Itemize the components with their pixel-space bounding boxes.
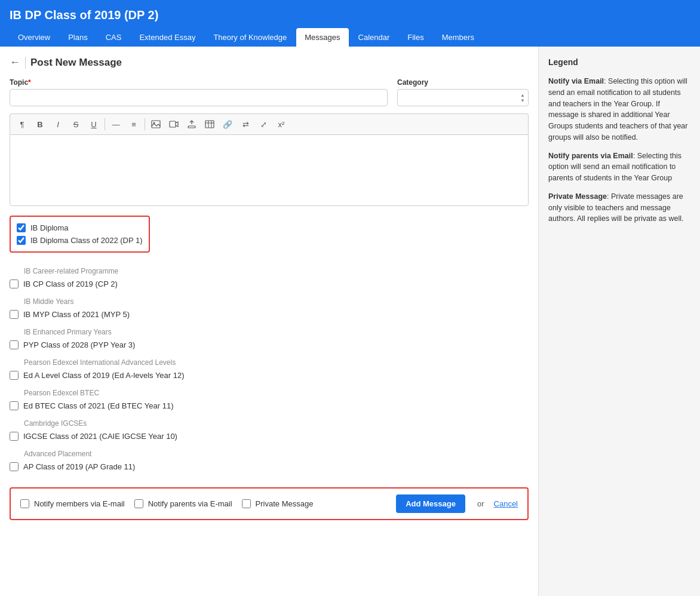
checkbox-ib-pyp-2028-input[interactable] xyxy=(10,340,19,349)
topic-input[interactable] xyxy=(10,89,388,106)
toolbar-link-btn[interactable]: 🔗 xyxy=(219,116,236,132)
toolbar-paragraph-btn[interactable]: ¶ xyxy=(14,116,30,132)
category-group: Category ▲▼ xyxy=(397,78,529,106)
category-select-wrapper: ▲▼ xyxy=(397,89,529,106)
legend-notify-email-heading: Notify via Email xyxy=(548,77,604,85)
post-new-message-title: Post New Message xyxy=(30,57,122,69)
toolbar-table-btn[interactable] xyxy=(201,116,218,132)
notify-parents-checkbox-item: Notify parents via E-mail xyxy=(134,497,232,510)
category-ib-eyp-label: IB Enhanced Primary Years xyxy=(24,328,529,336)
checkbox-ib-diploma-input[interactable] xyxy=(17,223,26,232)
category-ap-label: Advanced Placement xyxy=(24,450,529,458)
editor-body[interactable] xyxy=(10,134,529,206)
nav-tabs: Overview Plans CAS Extended Essay Theory… xyxy=(10,28,690,47)
toolbar-superscript-btn[interactable]: x² xyxy=(273,116,290,132)
tab-cas[interactable]: CAS xyxy=(97,28,130,47)
checkbox-ap-2019-input[interactable] xyxy=(10,462,19,471)
topic-group: Topic* xyxy=(10,78,388,106)
private-message-label: Private Message xyxy=(256,499,314,508)
notify-parents-checkbox[interactable] xyxy=(134,499,143,508)
tab-files[interactable]: Files xyxy=(399,28,432,47)
tab-extended-essay[interactable]: Extended Essay xyxy=(131,28,204,47)
category-pearson-btec-label: Pearson Edexcel BTEC xyxy=(24,389,529,397)
checkbox-ed-btec-2021: Ed BTEC Class of 2021 (Ed BTEC Year 11) xyxy=(10,400,529,412)
main-layout: ← Post New Message Topic* Category ▲▼ xyxy=(0,47,700,596)
legend-sidebar: Legend Notify via Email: Selecting this … xyxy=(539,47,700,596)
tab-messages[interactable]: Messages xyxy=(296,28,348,47)
topic-label: Topic* xyxy=(10,78,388,87)
cancel-button[interactable]: Cancel xyxy=(494,499,518,508)
content-area: ← Post New Message Topic* Category ▲▼ xyxy=(0,47,539,596)
checkbox-ib-myp-2021-label: IB MYP Class of 2021 (MYP 5) xyxy=(23,310,130,319)
checkbox-ib-myp-2021-input[interactable] xyxy=(10,310,19,319)
checkbox-ap-2019-label: AP Class of 2019 (AP Grade 11) xyxy=(23,462,135,471)
legend-notify-email: Notify via Email: Selecting this option … xyxy=(548,76,690,143)
legend-title: Legend xyxy=(548,56,690,69)
checkbox-ib-cp-2019-input[interactable] xyxy=(10,279,19,288)
checkbox-ib-cp-2019-label: IB CP Class of 2019 (CP 2) xyxy=(23,279,118,288)
toolbar-separator-1 xyxy=(105,118,105,130)
checkbox-ib-myp-2021: IB MYP Class of 2021 (MYP 5) xyxy=(10,308,529,321)
topic-category-row: Topic* Category ▲▼ xyxy=(10,78,529,106)
legend-notify-parents: Notify parents via Email: Selecting this… xyxy=(548,150,690,184)
notify-parents-label: Notify parents via E-mail xyxy=(148,499,232,508)
editor-toolbar: ¶ B I S U — ≡ 🔗 ⇄ ⤢ x² xyxy=(10,113,529,134)
notify-email-checkbox[interactable] xyxy=(20,499,29,508)
checkbox-ed-btec-2021-label: Ed BTEC Class of 2021 (Ed BTEC Year 11) xyxy=(23,401,173,410)
svg-rect-0 xyxy=(152,121,160,128)
tab-overview[interactable]: Overview xyxy=(10,28,59,47)
tab-members[interactable]: Members xyxy=(434,28,483,47)
tab-theory-of-knowledge[interactable]: Theory of Knowledge xyxy=(205,28,295,47)
toolbar-bold-btn[interactable]: B xyxy=(32,116,48,132)
toolbar-video-btn[interactable] xyxy=(165,116,182,132)
toolbar-upload-btn[interactable] xyxy=(183,116,200,132)
checkbox-ib-pyp-2028: PYP Class of 2028 (PYP Year 3) xyxy=(10,339,529,351)
or-text: or xyxy=(477,499,484,508)
toolbar-transform-btn[interactable]: ⇄ xyxy=(237,116,254,132)
toolbar-hr-btn[interactable]: — xyxy=(108,116,124,132)
checkbox-ib-diploma-label: IB Diploma xyxy=(30,223,69,232)
private-message-checkbox-item: Private Message xyxy=(242,497,314,510)
checkbox-ap-2019: AP Class of 2019 (AP Grade 11) xyxy=(10,460,529,473)
toolbar-list-btn[interactable]: ≡ xyxy=(125,116,142,132)
checkbox-igcse-2021: IGCSE Class of 2021 (CAIE IGCSE Year 10) xyxy=(10,430,529,443)
back-arrow-icon[interactable]: ← xyxy=(10,56,20,69)
bottom-bar: Notify members via E-mail Notify parents… xyxy=(10,487,529,520)
add-message-button[interactable]: Add Message xyxy=(396,494,465,513)
legend-private-message-heading: Private Message xyxy=(548,192,607,201)
toolbar-image-btn[interactable] xyxy=(148,116,164,132)
legend-notify-email-text: : Selecting this option will send an ema… xyxy=(548,77,687,142)
checkbox-ib-diploma-2022-label: IB Diploma Class of 2022 (DP 1) xyxy=(30,236,143,245)
checkbox-ib-cp-2019: IB CP Class of 2019 (CP 2) xyxy=(10,278,529,290)
category-select[interactable] xyxy=(397,89,529,106)
page-header: IB DP Class of 2019 (DP 2) Overview Plan… xyxy=(0,0,700,47)
checkbox-ib-pyp-2028-label: PYP Class of 2028 (PYP Year 3) xyxy=(23,340,135,349)
category-label: Category xyxy=(397,78,529,87)
legend-notify-parents-heading: Notify parents via Email xyxy=(548,152,633,160)
checkbox-ib-diploma: IB Diploma xyxy=(17,222,143,234)
page-title: IB DP Class of 2019 (DP 2) xyxy=(10,8,690,22)
tab-calendar[interactable]: Calendar xyxy=(350,28,398,47)
checkbox-ed-alevel-2019-input[interactable] xyxy=(10,371,19,380)
checkbox-ed-alevel-2019: Ed A Level Class of 2019 (Ed A-levels Ye… xyxy=(10,369,529,382)
svg-rect-3 xyxy=(188,126,195,128)
toolbar-underline-btn[interactable]: U xyxy=(85,116,102,132)
category-cambridge-label: Cambridge IGCSEs xyxy=(24,419,529,428)
category-ib-myp-label: IB Middle Years xyxy=(24,297,529,306)
tab-plans[interactable]: Plans xyxy=(60,28,96,47)
checkbox-ib-diploma-2022-input[interactable] xyxy=(17,236,26,245)
checkbox-ed-btec-2021-input[interactable] xyxy=(10,401,19,410)
checkbox-igcse-2021-label: IGCSE Class of 2021 (CAIE IGCSE Year 10) xyxy=(23,432,177,441)
toolbar-expand-btn[interactable]: ⤢ xyxy=(255,116,272,132)
svg-rect-2 xyxy=(170,121,176,127)
notify-email-checkbox-item: Notify members via E-mail xyxy=(20,497,125,510)
topic-required: * xyxy=(28,78,31,87)
highlighted-checkbox-group: IB Diploma IB Diploma Class of 2022 (DP … xyxy=(10,216,150,253)
svg-rect-5 xyxy=(205,121,214,128)
checkbox-igcse-2021-input[interactable] xyxy=(10,432,19,441)
toolbar-strikethrough-btn[interactable]: S xyxy=(67,116,84,132)
category-pearson-ial-label: Pearson Edexcel International Advanced L… xyxy=(24,358,529,367)
private-message-checkbox[interactable] xyxy=(242,499,251,508)
toolbar-italic-btn[interactable]: I xyxy=(50,116,66,132)
checkbox-ib-diploma-2022: IB Diploma Class of 2022 (DP 1) xyxy=(17,234,143,247)
